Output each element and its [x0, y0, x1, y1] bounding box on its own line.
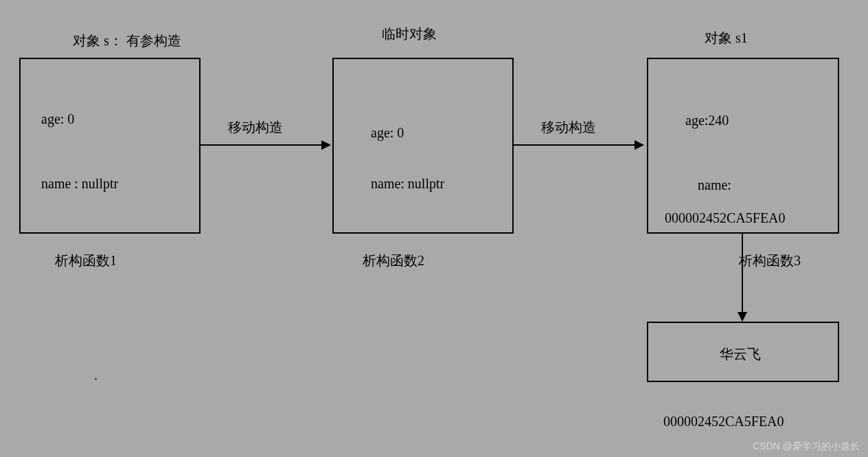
arrow2-head — [635, 140, 644, 150]
arrow3-line — [742, 234, 743, 313]
box1-name: name : nullptr — [41, 176, 118, 192]
box3 — [647, 58, 839, 234]
box1-title: 对象 s： 有参构造 — [73, 32, 181, 50]
box2-footer: 析构函数2 — [363, 252, 424, 270]
watermark: CSDN @爱学习的小道长 — [753, 441, 860, 453]
arrow1-head — [321, 140, 331, 150]
box4-content: 华云飞 — [720, 345, 761, 364]
box2 — [332, 58, 514, 234]
box3-name: name: — [698, 177, 731, 193]
box1-age: age: 0 — [41, 111, 74, 127]
box2-age: age: 0 — [371, 125, 404, 141]
arrow1-line — [201, 144, 323, 146]
box1 — [19, 58, 201, 234]
decorative-dot — [95, 378, 97, 380]
box3-title: 对象 s1 — [705, 29, 748, 47]
box1-footer: 析构函数1 — [55, 252, 117, 270]
box3-footer: 析构函数3 — [739, 252, 801, 270]
arrow2-label: 移动构造 — [541, 118, 596, 137]
box4-addr: 000002452CA5FEA0 — [663, 414, 784, 430]
arrow3-head — [738, 312, 747, 322]
box3-addr: 000002452CA5FEA0 — [665, 210, 786, 226]
box2-title: 临时对象 — [382, 25, 437, 43]
arrow1-label: 移动构造 — [228, 118, 283, 137]
box2-name: name: nullptr — [371, 176, 444, 192]
arrow2-line — [514, 144, 636, 146]
box3-age: age:240 — [685, 113, 729, 129]
